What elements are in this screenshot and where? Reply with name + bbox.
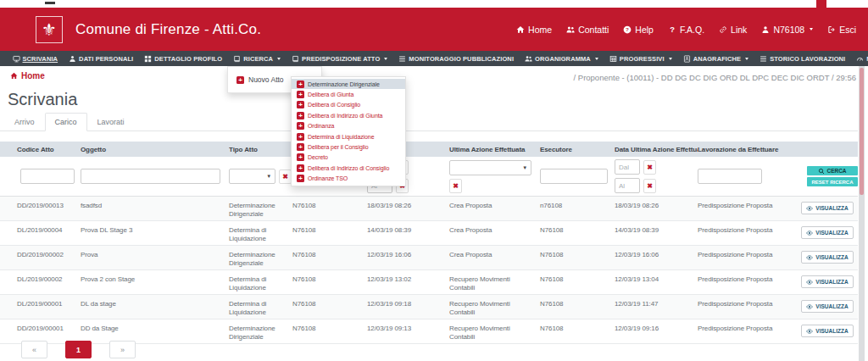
header-link-contatti[interactable]: Contatti	[566, 25, 609, 35]
cell: 12/03/19 09:18	[367, 295, 449, 319]
cell-actions: VISUALIZZA	[797, 221, 858, 245]
book-icon	[233, 55, 241, 63]
data-ultima-al-input[interactable]	[615, 178, 640, 193]
clear-ultima-azione-button[interactable]: ✖	[449, 179, 462, 193]
nuovo-atto-submenu: +Determinazione Dirigenziale+Delibera di…	[291, 76, 406, 186]
data-ultima-dal-input[interactable]	[615, 159, 640, 175]
navbar-item-storico-lavorazioni[interactable]: STORICO LAVORAZIONI	[754, 55, 851, 63]
navbar-item-ricerca[interactable]: RICERCA	[228, 55, 287, 63]
clear-dal-button[interactable]: ✖	[643, 160, 656, 175]
caret-down-icon	[810, 28, 813, 31]
cell: N76108	[540, 221, 615, 245]
pagination-prev-button[interactable]: «	[21, 341, 47, 358]
cell: Predisposizione Proposta	[698, 221, 797, 245]
header-link-esci[interactable]: Esci	[827, 25, 856, 35]
navbar-item-label: SCRIVANIA	[23, 55, 58, 63]
pagination-next-button[interactable]: »	[109, 341, 136, 358]
submenu-item-9[interactable]: +Delibera di Indirizzo di Consiglio	[292, 163, 405, 173]
header-link-home[interactable]: Home	[516, 25, 552, 35]
session-timer: 29:56	[836, 73, 856, 82]
scrollbar-thumb[interactable]	[860, 68, 864, 195]
navbar-item-predisposizione-atto[interactable]: PREDISPOSIZIONE ATTO	[287, 55, 393, 63]
pagination-page-1[interactable]: 1	[65, 341, 92, 358]
submenu-item-label: Delibera per il Consiglio	[308, 144, 368, 150]
plus-square-icon: +	[297, 112, 304, 119]
cell: N76108	[292, 197, 367, 220]
home-icon	[10, 72, 18, 80]
browser-artifact-dark	[45, 2, 55, 4]
vertical-scrollbar[interactable]	[859, 66, 865, 361]
clear-al-button[interactable]: ✖	[643, 179, 656, 193]
reset-ricerca-button[interactable]: RESET RICERCA	[807, 177, 858, 186]
codice-atto-filter-input[interactable]	[20, 169, 75, 184]
submenu-item-4[interactable]: +Delibera di Indirizzo di Giunta	[292, 110, 405, 120]
tipo-atto-select[interactable]: ▼	[229, 169, 275, 184]
submenu-item-2[interactable]: +Delibera di Giunta	[292, 89, 405, 99]
tab-arrivo[interactable]: Arrivo	[4, 113, 45, 131]
header-link-link[interactable]: Link	[719, 25, 747, 35]
cell: Prova	[81, 246, 229, 269]
submenu-item-7[interactable]: +Delibera per il Consiglio	[292, 142, 405, 152]
navbar-item-monitoraggio-sistema[interactable]: MONITORAGGIO SISTEMA	[851, 55, 868, 63]
submenu-item-10[interactable]: +Ordinanze TSO	[292, 174, 405, 184]
cell: DD/2019/00002	[0, 246, 81, 269]
tab-carico[interactable]: Carico	[45, 113, 87, 131]
table-row: DD/2019/00013fsadfsdDeterminazione Dirig…	[0, 197, 858, 221]
table-header-row: Codice AttoOggettoTipo AttoUltima Azione…	[0, 142, 858, 157]
navbar-item-progressivi[interactable]: PROGRESSIVI	[604, 55, 677, 63]
visualizza-button[interactable]: VISUALIZZA	[801, 300, 854, 313]
navbar-item-dettaglio-profilo[interactable]: DETTAGLIO PROFILO	[139, 55, 228, 63]
user-icon	[69, 55, 76, 63]
navbar-item-monitoraggio-pubblicazioni[interactable]: MONITORAGGIO PUBBLICAZIONI	[393, 55, 520, 63]
submenu-item-1[interactable]: +Determinazione Dirigenziale	[292, 79, 405, 89]
esecutore-filter-input[interactable]	[540, 169, 608, 184]
header-link-faq[interactable]: F.A.Q.	[668, 25, 704, 35]
header-link-label: Help	[635, 25, 654, 35]
cell: DL da stage	[81, 295, 229, 319]
breadcrumb-home-label: Home	[21, 71, 45, 81]
cell: Determina di Liquidazione	[229, 221, 292, 245]
clear-tipo-filter-button[interactable]: ✖	[279, 169, 292, 184]
navbar-item-scrivania[interactable]: SCRIVANIA	[7, 55, 64, 63]
visualizza-button[interactable]: VISUALIZZA	[801, 325, 854, 337]
filter-cell-oggetto	[81, 157, 229, 196]
caret-down-icon	[277, 58, 281, 60]
submenu-item-8[interactable]: +Decreto	[292, 153, 405, 163]
cell: Recupero Movimenti Contabili	[449, 319, 540, 343]
eye-icon	[806, 279, 813, 286]
table-row: DL/2019/00002Prova 2 con StageDetermina …	[0, 270, 858, 295]
cell: 12/03/19 16:06	[367, 246, 449, 269]
cell: n76108	[540, 197, 615, 220]
submenu-item-5[interactable]: +Ordinanza	[292, 121, 405, 131]
visualizza-button[interactable]: VISUALIZZA	[801, 275, 854, 288]
cell: Determina di Liquidazione	[229, 270, 292, 294]
breadcrumb-home-link[interactable]: Home	[10, 71, 45, 81]
visualizza-button[interactable]: VISUALIZZA	[801, 202, 854, 214]
tab-lavorati[interactable]: Lavorati	[87, 113, 135, 131]
submenu-item-6[interactable]: +Determina di Liquidazione	[292, 131, 405, 142]
florence-lily-logo: ⚜	[36, 16, 63, 43]
navbar-item-dati-personali[interactable]: DATI PERSONALI	[64, 55, 139, 63]
cell: N76108	[540, 295, 615, 319]
plus-square-icon: +	[297, 143, 304, 151]
gauge-icon	[856, 55, 864, 63]
visualizza-button[interactable]: VISUALIZZA	[801, 251, 854, 264]
breadcrumb-path: / Proponente - (10011) - DD DG DC DIG OR…	[574, 73, 834, 82]
navbar-item-label: MONITORAGGIO PUBBLICAZIONI	[409, 55, 514, 63]
ultima-azione-select[interactable]: ▼	[449, 160, 531, 175]
cell: 12/03/19 09:13	[367, 319, 449, 343]
cell: Determinazione Dirigenziale	[229, 246, 292, 269]
visualizza-button[interactable]: VISUALIZZA	[801, 226, 854, 239]
grid-icon	[144, 55, 152, 63]
submenu-item-3[interactable]: +Delibera di Consiglio	[292, 100, 405, 110]
oggetto-filter-input[interactable]	[81, 169, 220, 184]
header-link-help[interactable]: Help	[623, 25, 654, 35]
cerca-button[interactable]: CERCA	[807, 166, 858, 175]
navbar-item-organigramma[interactable]: ORGANIGRAMMA	[520, 55, 604, 63]
submenu-item-label: Decreto	[308, 154, 328, 160]
header-link-user-menu[interactable]: N76108	[761, 25, 813, 35]
navbar-item-anagrafiche[interactable]: ANAGRAFICHE	[677, 55, 754, 63]
submenu-item-label: Delibera di Indirizzo di Consiglio	[308, 165, 389, 171]
submenu-item-label: Delibera di Indirizzo di Giunta	[308, 113, 382, 119]
lavorazione-filter-input[interactable]	[698, 169, 762, 184]
